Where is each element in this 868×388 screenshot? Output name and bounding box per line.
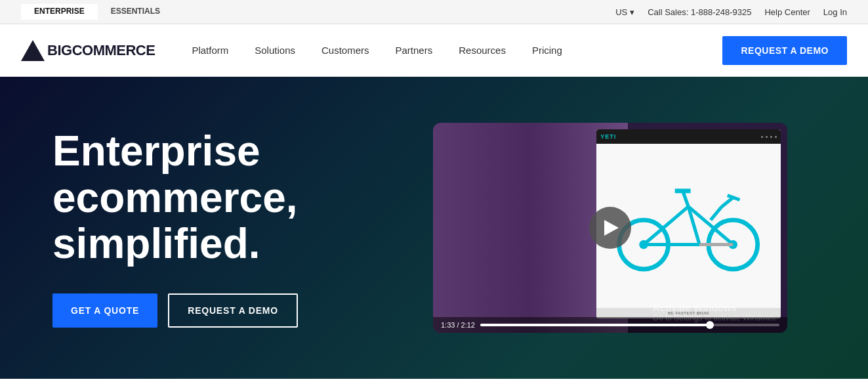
yeti-nav-dot-1 [761,136,763,138]
progress-fill [480,324,711,326]
hero-content: Enterprise ecommerce, simplified. GET A … [52,128,407,327]
hero-section: Enterprise ecommerce, simplified. GET A … [0,77,868,379]
logo-triangle-icon [21,40,45,61]
video-play-button[interactable] [589,207,631,249]
yeti-nav-dot-4 [775,136,777,138]
play-icon [604,220,619,236]
hero-title: Enterprise ecommerce, simplified. [52,128,407,267]
yeti-header: YETI [596,129,781,144]
video-progress-bar[interactable]: 1:33 / 2:12 [433,317,787,333]
hero-video-player[interactable]: YETI [433,123,787,333]
login-link[interactable]: Log In [823,7,847,17]
video-background: YETI [433,123,787,333]
chevron-down-icon: ▾ [630,7,634,17]
progress-track[interactable] [480,324,779,326]
yeti-nav-dot-2 [766,136,768,138]
request-demo-button[interactable]: REQUEST A DEMO [168,293,298,328]
nav-links: Platform Solutions Customers Partners Re… [181,38,722,62]
yeti-logo: YETI [600,133,616,140]
nav-platform[interactable]: Platform [181,38,239,62]
logo[interactable]: BIGCOMMERCE [21,40,155,61]
hero-buttons: GET A QUOTE REQUEST A DEMO [52,293,407,328]
nav-customers[interactable]: Customers [311,38,380,62]
bike-visual [610,164,766,287]
phone-label[interactable]: Call Sales: 1-888-248-9325 [648,7,751,17]
yeti-nav-dot-3 [770,136,772,138]
locale-selector[interactable]: US ▾ [615,7,634,17]
locale-label: US [615,7,627,17]
tab-essentials[interactable]: ESSENTIALS [98,4,173,20]
tab-enterprise[interactable]: ENTERPRISE [21,4,98,20]
svg-line-13 [711,207,722,220]
logo-text: BIGCOMMERCE [47,42,155,59]
top-bar: ENTERPRISE ESSENTIALS US ▾ Call Sales: 1… [0,0,868,24]
main-nav: BIGCOMMERCE Platform Solutions Customers… [0,24,868,77]
top-bar-right: US ▾ Call Sales: 1-888-248-9325 Help Cen… [615,7,847,17]
nav-pricing[interactable]: Pricing [522,38,573,62]
progress-handle[interactable] [706,321,714,329]
get-quote-button[interactable]: GET A QUOTE [52,293,157,328]
nav-resources[interactable]: Resources [448,38,516,62]
nav-partners[interactable]: Partners [385,38,444,62]
nav-solutions[interactable]: Solutions [244,38,306,62]
svg-line-11 [722,198,734,207]
yeti-nav [761,136,777,138]
help-center-link[interactable]: Help Center [764,7,810,17]
tab-group: ENTERPRISE ESSENTIALS [21,4,173,20]
nav-request-demo-button[interactable]: REQUEST A DEMO [722,36,847,65]
video-timestamp: 1:33 / 2:12 [441,321,475,329]
svg-line-9 [683,191,689,207]
